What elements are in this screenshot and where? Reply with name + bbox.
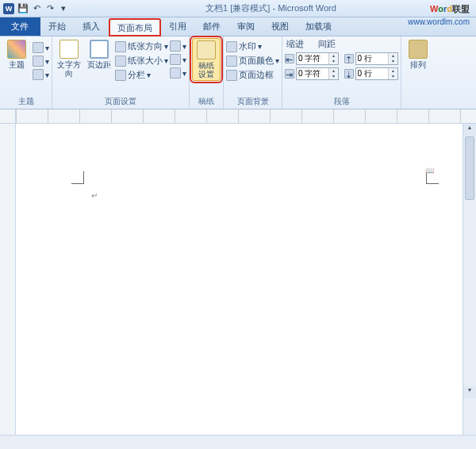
ribbon-tabs: 文件 开始 插入 页面布局 引用 邮件 审阅 视图 加载项 [0, 17, 476, 36]
arrange-icon [409, 40, 428, 59]
window-title: 文档1 [兼容模式] - Microsoft Word [69, 2, 473, 14]
scroll-thumb[interactable] [465, 136, 474, 200]
group-arrange: 排列 [401, 36, 435, 109]
document-page[interactable]: ↵ 📖 [16, 124, 463, 435]
horizontal-ruler[interactable] [0, 109, 476, 124]
vertical-ruler[interactable] [0, 124, 16, 435]
page-color-icon [226, 56, 237, 67]
line-numbers-button[interactable]: ▾ [170, 53, 186, 66]
text-cursor: ↵ [91, 191, 98, 200]
group-manuscript: 稿纸 设置 稿纸 [190, 36, 224, 109]
breaks-icon [170, 40, 181, 52]
fonts-icon [33, 56, 44, 67]
qat-more-icon[interactable]: ▾ [58, 3, 69, 14]
indent-left-input[interactable]: ▴▾ [296, 52, 339, 65]
space-after-input[interactable]: ▴▾ [355, 67, 398, 80]
horizontal-scrollbar[interactable] [0, 435, 476, 449]
space-after-row: ⇣▴▾ [344, 67, 399, 81]
space-after-icon: ⇣ [344, 69, 354, 79]
watermark-icon [226, 41, 237, 52]
tab-home[interactable]: 开始 [40, 17, 75, 36]
indent-left-row: ⇤▴▾ [285, 52, 340, 66]
space-before-row: ⇡▴▾ [344, 52, 399, 66]
group-page-background: 水印 ▾ 页面颜色 ▾ 页面边框 页面背景 [224, 36, 282, 109]
group-page-setup: 文字方向 页边距 纸张方向 ▾ 纸张大小 ▾ 分栏 ▾ ▾ ▾ ▾ 页面设置 [52, 36, 190, 109]
theme-effects-button[interactable]: ▾ [33, 68, 49, 81]
scroll-down-icon[interactable]: ▾ [463, 386, 476, 398]
group-paragraph: 缩进 间距 ⇤▴▾ ⇡▴▾ ⇥▴▾ ⇣▴▾ 段落 [282, 36, 401, 109]
group-label-paragraph: 段落 [285, 95, 398, 109]
line-numbers-icon [170, 54, 181, 65]
columns-icon [115, 70, 126, 81]
theme-colors-button[interactable]: ▾ [33, 41, 49, 54]
hyphenation-button[interactable]: ▾ [170, 67, 186, 79]
text-direction-icon [60, 40, 79, 59]
page-color-button[interactable]: 页面颜色 ▾ [226, 54, 279, 67]
quick-access-toolbar: 💾 ↶ ↷ ▾ [17, 3, 69, 14]
page-border-icon [226, 70, 237, 81]
margin-corner-tl [71, 171, 84, 184]
space-before-input[interactable]: ▴▾ [355, 52, 398, 65]
group-theme: 主题 ▾ ▾ ▾ 主题 [0, 36, 52, 109]
manuscript-settings-button[interactable]: 稿纸 设置 [192, 38, 221, 81]
indent-right-input[interactable]: ▴▾ [296, 67, 339, 80]
effects-icon [33, 69, 44, 80]
tab-view[interactable]: 视图 [263, 17, 298, 36]
colors-icon [33, 42, 44, 53]
columns-button[interactable]: 分栏 ▾ [115, 68, 168, 82]
tab-mailings[interactable]: 邮件 [195, 17, 229, 36]
watermark-logo: Word联盟 [430, 2, 470, 15]
tab-references[interactable]: 引用 [161, 17, 195, 36]
tab-review[interactable]: 审阅 [229, 17, 263, 36]
group-label-page-background: 页面背景 [226, 95, 279, 109]
tab-file[interactable]: 文件 [0, 17, 40, 36]
themes-button[interactable]: 主题 [2, 38, 31, 71]
tab-addins[interactable]: 加载项 [298, 17, 340, 36]
orientation-icon [115, 41, 126, 52]
breaks-button[interactable]: ▾ [170, 40, 186, 52]
margins-icon [90, 40, 109, 59]
redo-icon[interactable]: ↷ [44, 3, 56, 14]
watermark-button[interactable]: 水印 ▾ [226, 40, 279, 53]
watermark-url: www.wordlm.com [408, 17, 470, 26]
save-icon[interactable]: 💾 [17, 3, 29, 14]
arrange-button[interactable]: 排列 [404, 38, 432, 71]
text-direction-button[interactable]: 文字方向 [55, 38, 83, 79]
tab-insert[interactable]: 插入 [75, 17, 109, 36]
tab-page-layout[interactable]: 页面布局 [109, 18, 161, 36]
group-label-arrange [404, 106, 432, 109]
app-icon: W [3, 3, 14, 14]
indent-left-icon: ⇤ [285, 54, 294, 63]
vertical-scrollbar[interactable]: ▴ ▾ [463, 124, 476, 435]
margins-button[interactable]: 页边距 [85, 38, 113, 71]
indent-right-icon: ⇥ [285, 69, 294, 79]
indent-right-row: ⇥▴▾ [285, 67, 340, 81]
manuscript-icon [197, 40, 216, 59]
page-border-button[interactable]: 页面边框 [226, 68, 279, 82]
bookmark-icon: 📖 [425, 167, 434, 175]
scroll-up-icon[interactable]: ▴ [463, 124, 476, 136]
title-bar: W 💾 ↶ ↷ ▾ 文档1 [兼容模式] - Microsoft Word [0, 0, 476, 17]
themes-icon [7, 40, 26, 59]
ribbon: 主题 ▾ ▾ ▾ 主题 文字方向 页边距 纸张方向 ▾ 纸张大小 ▾ 分栏 ▾ … [0, 36, 476, 109]
theme-fonts-button[interactable]: ▾ [33, 55, 49, 67]
document-area: ↵ 📖 ▴ ▾ [0, 124, 476, 435]
spacing-label: 间距 [318, 38, 336, 50]
space-before-icon: ⇡ [344, 54, 354, 63]
group-label-theme: 主题 [2, 95, 49, 109]
group-label-manuscript: 稿纸 [192, 95, 221, 109]
hyphenation-icon [170, 67, 181, 79]
group-label-page-setup: 页面设置 [55, 95, 186, 109]
undo-icon[interactable]: ↶ [31, 3, 42, 14]
indent-label: 缩进 [286, 38, 304, 50]
size-icon [115, 56, 126, 67]
orientation-button[interactable]: 纸张方向 ▾ [115, 40, 168, 53]
size-button[interactable]: 纸张大小 ▾ [115, 54, 168, 67]
